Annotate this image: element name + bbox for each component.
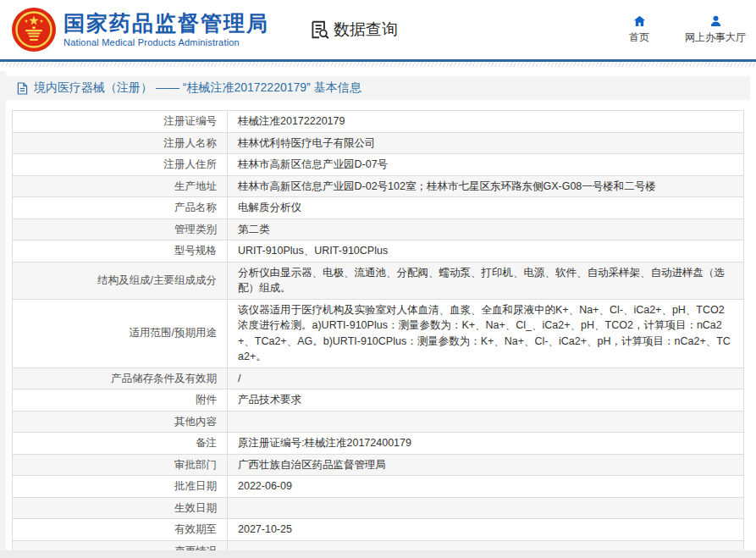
- row-value: 2022-06-09: [228, 476, 744, 498]
- row-value: [228, 411, 744, 433]
- row-label: 其他内容: [13, 411, 228, 433]
- table-row: 产品储存条件及有效期/: [13, 367, 744, 389]
- row-value: 桂林市高新区信息产业园D-07号: [228, 154, 744, 176]
- row-label: 管理类别: [13, 218, 228, 240]
- row-label: 型号规格: [13, 240, 228, 262]
- table-row: 适用范围/预期用途该仪器适用于医疗机构及实验室对人体血清、血浆、全血和尿液中的K…: [13, 299, 744, 367]
- document-icon: [17, 82, 28, 95]
- row-label: 注册人名称: [13, 132, 228, 154]
- registration-info-table: 注册证编号桂械注准20172220179注册人名称桂林优利特医疗电子有限公司注册…: [12, 110, 744, 558]
- data-query-icon: [308, 19, 330, 41]
- row-label: 生效日期: [13, 497, 228, 519]
- row-label: 结构及组成/主要组成成分: [13, 262, 228, 299]
- row-label: 生产地址: [13, 175, 228, 197]
- table-row: 注册人名称桂林优利特医疗电子有限公司: [13, 132, 744, 154]
- agency-name-en: National Medical Products Administration: [63, 37, 269, 47]
- row-value: URIT-910Plus、URIT-910CPlus: [228, 240, 744, 262]
- row-value: /: [228, 367, 744, 389]
- row-label: 产品储存条件及有效期: [13, 367, 228, 389]
- table-row: 型号规格URIT-910Plus、URIT-910CPlus: [13, 240, 744, 262]
- table-row: 结构及组成/主要组成成分分析仪由显示器、电极、流通池、分配阀、蠕动泵、打印机、电…: [13, 262, 744, 299]
- row-value: 第二类: [228, 218, 744, 240]
- row-value: 产品技术要求: [228, 389, 744, 412]
- site-header: 国家药品监督管理局 National Medical Products Admi…: [0, 0, 756, 59]
- table-row: 其他内容: [13, 411, 744, 433]
- row-value: 电解质分析仪: [228, 197, 744, 219]
- row-value: 桂械注准20172220179: [228, 111, 744, 133]
- page-title-bar: 境内医疗器械（注册） —— “桂械注准20172220179” 基本信息: [6, 76, 750, 100]
- table-row: 管理类别第二类: [13, 218, 744, 240]
- row-label: 批准日期: [13, 476, 228, 498]
- data-query-label: 数据查询: [334, 19, 398, 41]
- row-value: 桂林优利特医疗电子有限公司: [228, 132, 744, 154]
- national-emblem-logo: [12, 8, 56, 52]
- info-table-body: 注册证编号桂械注准20172220179注册人名称桂林优利特医疗电子有限公司注册…: [13, 111, 744, 558]
- table-row: 备注原注册证编号:桂械注准20172400179: [13, 433, 744, 455]
- table-row: 批准日期2022-06-09: [13, 476, 744, 498]
- row-value: 该仪器适用于医疗机构及实验室对人体血清、血浆、全血和尿液中的K+、Na+、Cl-…: [228, 299, 744, 367]
- page-title: 境内医疗器械（注册） —— “桂械注准20172220179” 基本信息: [34, 80, 361, 96]
- table-row: 注册人住所桂林市高新区信息产业园D-07号: [13, 154, 744, 176]
- row-value: 桂林市高新区信息产业园D-02号102室；桂林市七星区东环路东侧GX-G08一号…: [228, 175, 744, 197]
- row-label: 适用范围/预期用途: [13, 299, 228, 367]
- row-label: 产品名称: [13, 197, 228, 219]
- row-label: 注册证编号: [13, 111, 228, 133]
- table-row: 生效日期: [13, 497, 744, 519]
- nav-home-label: 首页: [629, 30, 649, 45]
- row-label: 注册人住所: [13, 154, 228, 176]
- person-icon: [709, 14, 723, 28]
- nav-home[interactable]: 首页: [629, 14, 649, 45]
- table-row: 有效期至2027-10-25: [13, 519, 744, 541]
- page-footer-strip: [0, 550, 756, 558]
- page-left-strip: [0, 71, 6, 558]
- data-query-nav[interactable]: 数据查询: [308, 19, 398, 41]
- agency-title-block: 国家药品监督管理局 National Medical Products Admi…: [63, 12, 269, 47]
- table-row: 注册证编号桂械注准20172220179: [13, 111, 744, 133]
- row-label: 备注: [13, 433, 228, 455]
- nav-online-hall[interactable]: 网上办事大厅: [685, 14, 746, 45]
- row-value: [228, 497, 744, 519]
- table-row: 审批部门广西壮族自治区药品监督管理局: [13, 454, 744, 476]
- row-value: 原注册证编号:桂械注准20172400179: [228, 433, 744, 455]
- row-value: 分析仪由显示器、电极、流通池、分配阀、蠕动泵、打印机、电源、软件、自动采样架、自…: [228, 262, 744, 299]
- nav-online-hall-label: 网上办事大厅: [685, 30, 746, 45]
- table-row: 附件产品技术要求: [13, 389, 744, 412]
- table-row: 产品名称电解质分析仪: [13, 197, 744, 219]
- home-icon: [632, 14, 647, 28]
- row-value: 2027-10-25: [228, 519, 744, 541]
- agency-name-cn: 国家药品监督管理局: [63, 12, 269, 34]
- header-hatch-band: [0, 62, 756, 67]
- table-row: 生产地址桂林市高新区信息产业园D-02号102室；桂林市七星区东环路东侧GX-G…: [13, 175, 744, 197]
- row-label: 审批部门: [13, 454, 228, 476]
- row-label: 有效期至: [13, 519, 228, 541]
- row-value: 广西壮族自治区药品监督管理局: [228, 454, 744, 476]
- row-label: 附件: [13, 389, 228, 412]
